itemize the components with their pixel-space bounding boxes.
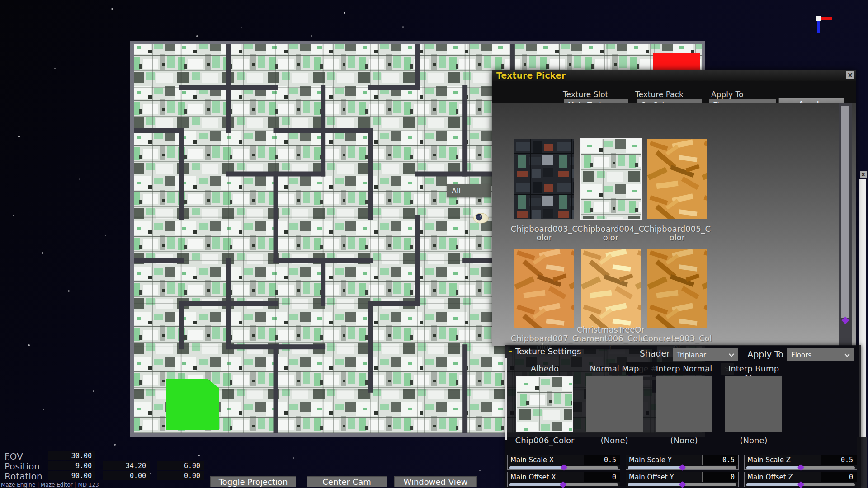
slider-main-scale-x[interactable]: Main Scale X 0.5 [507,455,620,470]
texture-picker-titlebar[interactable]: Texture Picker X [492,70,856,81]
hud-value[interactable]: 90.00 [48,471,95,480]
texture-card[interactable] [647,249,707,328]
axis-gizmo-origin [816,16,821,21]
texture-picker-window: Texture Picker X Texture Slot Texture Pa… [492,70,856,346]
slider-fill [746,466,801,469]
texture-thumbnail[interactable] [647,139,707,219]
texture-card[interactable] [514,249,574,328]
albedo-texture-slot[interactable] [516,376,573,432]
chevron-down-icon [844,353,850,357]
slider-value[interactable]: 0.5 [702,455,738,465]
axis-gizmo-x-axis [821,17,832,20]
slider-label: Main Offset Z [745,472,821,482]
shader-label: Shader [636,348,670,358]
fov-value[interactable]: 30.00 [48,451,95,460]
editor-viewport: All X Texture Picker X Texture Slot Text… [0,0,868,488]
slot-texture-name: Chip006_Color [510,436,580,445]
texture-card[interactable] [581,249,641,328]
slider-main-offset-y[interactable]: Main Offset Y 0 [626,472,739,487]
collapse-toggle-icon[interactable]: - [509,346,512,356]
empty-texture-slot[interactable] [586,376,643,432]
texture-thumbnail[interactable] [581,249,641,328]
hud-value[interactable]: 34.20 [103,461,150,470]
hidden-window-close-button[interactable]: X [860,171,867,178]
texture-thumbnail[interactable] [647,249,707,328]
slider-main-scale-y[interactable]: Main Scale Y 0.5 [626,455,739,470]
slider-handle[interactable] [797,481,805,488]
slider-main-offset-x[interactable]: Main Offset X 0 [507,472,620,487]
star [402,26,404,28]
slider-track[interactable] [509,466,618,469]
hud-value[interactable]: 9.00 [48,461,95,470]
slider-label: Main Offset Y [626,472,702,482]
fov-label: FOV [5,451,23,462]
toggle-projection-button[interactable]: Toggle Projection [210,476,296,487]
settings-apply-to-dropdown[interactable]: Floors [787,348,854,361]
slider-main-scale-z[interactable]: Main Scale Z 0.5 [744,455,857,470]
slider-track[interactable] [628,466,736,469]
star [479,470,481,471]
texture-thumbnail[interactable] [514,249,574,328]
star [118,108,118,109]
empty-texture-slot[interactable] [656,376,712,432]
hud-value[interactable]: 0.00 [103,471,150,480]
slider-label: Main Scale Z [745,455,821,465]
slider-fill [746,483,801,486]
texture-settings-panel: - Texture Settings Shader Triplanar Appl… [505,345,861,488]
slot-header: Normal Map [580,364,649,373]
slider-label: Main Scale X [508,455,584,465]
slider-handle[interactable] [561,464,568,471]
texture-picker-title: Texture Picker [496,70,566,80]
star [196,35,198,37]
slider-track[interactable] [746,466,855,469]
texture-pack-label: Texture Pack [635,90,684,99]
texture-thumbnail[interactable] [581,139,641,219]
slider-handle[interactable] [679,481,686,488]
settings-apply-to-value: Floors [791,351,811,359]
slider-fill [509,483,563,486]
slider-track[interactable] [746,483,855,486]
texture-grid-scrollbar-thumb[interactable] [841,106,849,318]
chevron-down-icon [729,353,734,357]
slider-value[interactable]: 0 [702,472,738,482]
hud-value[interactable]: 6.00 [157,461,204,470]
star [43,409,44,410]
texture-card[interactable] [647,139,707,219]
star [114,444,116,446]
slider-value[interactable]: 0 [584,472,620,482]
slider-track[interactable] [628,483,736,486]
hud-value[interactable]: 0.00 [157,471,204,480]
texture-name: Chipboard003_Color [509,221,580,242]
texture-slot-label: Texture Slot [563,90,608,99]
slider-handle[interactable] [797,464,805,471]
texture-name: Chipboard004_Color [575,221,646,242]
slider-value[interactable]: 0 [821,472,857,482]
close-icon[interactable]: X [846,71,854,79]
slider-handle[interactable] [679,464,686,471]
apply-to-label: Apply To [711,90,743,99]
tooltip-all: All [447,184,491,197]
shader-value: Triplanar [677,351,706,359]
texture-picker-controls: Texture Slot Texture Pack Apply To Main … [492,81,856,103]
empty-texture-slot[interactable] [725,376,782,432]
slider-label: Main Scale Y [626,455,702,465]
center-cam-button[interactable]: Center Cam [307,476,387,487]
texture-card[interactable] [581,139,641,219]
slider-track[interactable] [509,483,618,486]
texture-card[interactable] [514,139,574,219]
star [18,136,20,137]
slot-header: Albedo [510,364,580,373]
slider-value[interactable]: 0.5 [584,455,620,465]
windowed-view-button[interactable]: Windowed View [394,476,477,487]
star [93,390,94,392]
slider-handle[interactable] [559,481,566,488]
shader-dropdown[interactable]: Triplanar [673,348,738,361]
star [311,35,312,37]
star [42,252,43,254]
star [68,290,70,292]
slot-texture-name: (None) [649,436,719,445]
slider-value[interactable]: 0.5 [821,455,857,465]
texture-thumbnail[interactable] [514,139,574,219]
slider-fill [628,483,682,486]
slider-main-offset-z[interactable]: Main Offset Z 0 [744,472,857,487]
